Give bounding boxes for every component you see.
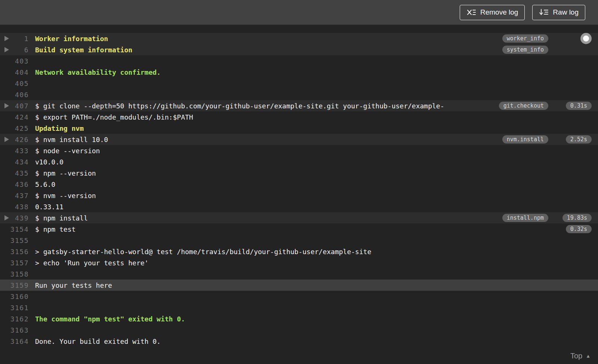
back-to-top-link[interactable]: Top ▲: [570, 352, 591, 360]
line-text: > gatsby-starter-hello-world@ test /home…: [35, 248, 598, 256]
log-line: 433 $ node --version: [0, 145, 598, 156]
remove-log-button[interactable]: Remove log: [460, 5, 525, 20]
line-text: The command "npm test" exited with 0.: [35, 315, 598, 323]
log-line: 403: [0, 55, 598, 67]
log-line: 3156 > gatsby-starter-hello-world@ test …: [0, 246, 598, 257]
line-number[interactable]: 3161: [0, 304, 29, 312]
log-line: 3155: [0, 235, 598, 246]
log-line: 434 v10.0.0: [0, 156, 598, 167]
log-line: 3162 The command "npm test" exited with …: [0, 313, 598, 324]
line-number[interactable]: 436: [0, 181, 29, 188]
remove-log-icon: [466, 9, 476, 16]
step-duration-badge: 0.32s: [566, 225, 592, 233]
raw-log-icon: [539, 9, 549, 16]
line-number[interactable]: 437: [0, 192, 29, 200]
line-number[interactable]: 3162: [0, 315, 29, 323]
line-number[interactable]: 3164: [0, 337, 29, 345]
log-line: 407 $ git clone --depth=50 https://githu…: [0, 100, 598, 111]
log-line: 3164 Done. Your build exited with 0.: [0, 336, 598, 347]
log-line: 6 Build system information system_info: [0, 44, 598, 55]
line-number[interactable]: 438: [0, 203, 29, 211]
line-text: $ nvm --version: [35, 192, 598, 200]
line-text: > echo 'Run your tests here': [35, 259, 598, 267]
log-line: 3160: [0, 291, 598, 302]
step-duration-badge: 0.31s: [566, 102, 592, 110]
log-line: 3154 $ npm test 0.32s: [0, 223, 598, 235]
line-text: Network availability confirmed.: [35, 68, 598, 76]
line-text: $ npm test: [35, 225, 598, 233]
step-name-badge: system_info: [502, 46, 548, 54]
chevron-up-icon: ▲: [586, 353, 591, 359]
line-number[interactable]: 3155: [0, 237, 29, 244]
line-number[interactable]: 3163: [0, 326, 29, 334]
log-line: 437 $ nvm --version: [0, 190, 598, 201]
line-number[interactable]: 406: [0, 91, 29, 99]
line-number[interactable]: 433: [0, 147, 29, 155]
line-text: $ node --version: [35, 147, 598, 155]
line-number[interactable]: 424: [0, 113, 29, 121]
fold-toggle-icon[interactable]: [4, 103, 9, 108]
step-duration-badge: 19.83s: [562, 214, 592, 222]
line-text: 0.33.11: [35, 203, 598, 211]
raw-log-button[interactable]: Raw log: [532, 5, 585, 20]
log-line: 3157 > echo 'Run your tests here': [0, 257, 598, 268]
log-lines: 1 Worker information worker_info 6 Build…: [0, 33, 598, 347]
step-duration-badge: 2.52s: [566, 135, 592, 144]
line-text: $ npm --version: [35, 169, 598, 177]
step-name-badge: git.checkout: [499, 102, 548, 110]
line-number[interactable]: 404: [0, 68, 29, 76]
log-line: 436 5.6.0: [0, 179, 598, 190]
log-line: 1 Worker information worker_info: [0, 33, 598, 44]
log-line: 3159 Run your tests here: [0, 280, 598, 291]
line-text: Updating nvm: [35, 124, 598, 132]
top-link-label: Top: [570, 352, 582, 360]
log-line: 424 $ export PATH=./node_modules/.bin:$P…: [0, 111, 598, 123]
log-line: 3158: [0, 268, 598, 280]
fold-toggle-icon[interactable]: [4, 215, 9, 220]
log-line: 438 0.33.11: [0, 201, 598, 212]
step-name-badge: install.npm: [502, 214, 548, 222]
line-number[interactable]: 3156: [0, 248, 29, 256]
step-name-badge: worker_info: [502, 34, 548, 43]
line-number[interactable]: 3160: [0, 293, 29, 300]
log-line: 3163: [0, 324, 598, 336]
line-number[interactable]: 435: [0, 169, 29, 177]
line-number[interactable]: 434: [0, 158, 29, 166]
log-line: 406: [0, 89, 598, 100]
line-text: $ export PATH=./node_modules/.bin:$PATH: [35, 113, 598, 121]
build-log: 1 Worker information worker_info 6 Build…: [0, 25, 598, 364]
log-line: 405: [0, 78, 598, 89]
step-name-badge: nvm.install: [502, 135, 548, 144]
line-text: Run your tests here: [35, 281, 598, 289]
line-text: Done. Your build exited with 0.: [35, 337, 598, 345]
line-number[interactable]: 3157: [0, 259, 29, 267]
fold-toggle-icon[interactable]: [4, 137, 9, 142]
line-number[interactable]: 405: [0, 80, 29, 87]
log-line: 435 $ npm --version: [0, 167, 598, 179]
log-line: 439 $ npm install install.npm 19.83s: [0, 212, 598, 223]
line-number[interactable]: 3154: [0, 225, 29, 233]
remove-log-label: Remove log: [480, 8, 518, 16]
log-line: 3161: [0, 302, 598, 313]
line-text: v10.0.0: [35, 158, 598, 166]
log-line: 426 $ nvm install 10.0 nvm.install 2.52s: [0, 134, 598, 145]
raw-log-label: Raw log: [553, 8, 579, 16]
line-number[interactable]: 425: [0, 124, 29, 132]
log-toolbar: Remove log Raw log: [0, 0, 598, 25]
log-line: 425 Updating nvm: [0, 123, 598, 134]
log-line: 404 Network availability confirmed.: [0, 67, 598, 78]
scroll-toggle-button[interactable]: [580, 33, 592, 44]
line-number[interactable]: 3158: [0, 270, 29, 278]
fold-toggle-icon[interactable]: [4, 47, 9, 52]
line-number[interactable]: 403: [0, 57, 29, 65]
fold-toggle-icon[interactable]: [4, 36, 9, 41]
line-text: 5.6.0: [35, 181, 598, 188]
line-number[interactable]: 3159: [0, 281, 29, 289]
